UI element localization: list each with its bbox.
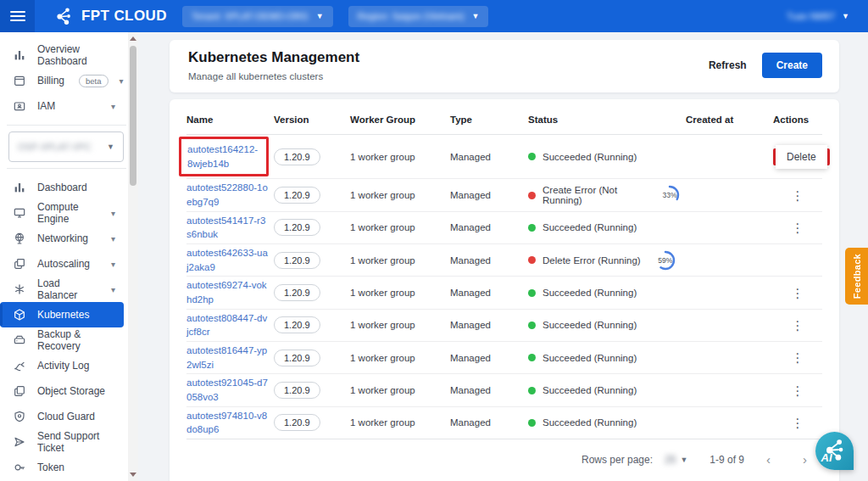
version-chip: 1.20.9 — [274, 284, 320, 301]
actions-cell: ⋮ — [773, 319, 822, 332]
delete-menu-item[interactable]: Delete — [776, 145, 827, 169]
status-cell: Succeeded (Running) — [528, 417, 681, 428]
feedback-button[interactable]: Feedback — [845, 248, 868, 305]
cluster-name-link[interactable]: autotest921045-d7058vo3 — [186, 376, 268, 404]
status-dot-icon — [528, 192, 536, 199]
table-row: autotest808447-dvjcf8cr 1.20.9 1 worker … — [186, 310, 822, 342]
status-label: Succeeded (Running) — [542, 417, 637, 428]
chevron-down-icon: ▼ — [842, 12, 849, 20]
table-row: autotest164212-8wjeb14b 1.20.9 1 worker … — [186, 135, 822, 179]
sidebar-item-kubernetes[interactable]: Kubernetes — [0, 302, 124, 327]
chevron-down-icon: ▾ — [111, 260, 115, 269]
next-page-button[interactable]: › — [793, 452, 817, 467]
user-menu[interactable]: Tuan NM97 ▼ — [787, 11, 849, 21]
sidebar-item-dashboard[interactable]: Dashboard — [0, 175, 124, 200]
status-dot-icon — [528, 354, 536, 361]
row-actions-kebab-icon[interactable]: ⋮ — [792, 319, 804, 332]
sidebar-item-activity-log[interactable]: Activity Log — [0, 353, 124, 378]
region-dropdown[interactable]: Region: Saigon (Vietnam) ▼ — [348, 6, 489, 27]
sidebar-item-label: Backup & Recovery — [37, 328, 124, 352]
worker-group-cell: 1 worker group — [350, 255, 445, 266]
worker-group-cell: 1 worker group — [350, 288, 445, 298]
type-cell: Managed — [450, 417, 523, 428]
sidebar-item-label: Token — [37, 461, 64, 473]
tenant-label: Tenant: XPLAT-DEMO-ORG — [192, 11, 309, 21]
version-chip: 1.20.9 — [274, 187, 320, 204]
bar-chart-icon — [13, 48, 26, 62]
cluster-name-link[interactable]: autotest808447-dvjcf8cr — [186, 311, 268, 339]
row-actions-kebab-icon[interactable]: ⋮ — [792, 351, 804, 364]
status-cell: Succeeded (Running) — [528, 152, 681, 162]
type-cell: Managed — [450, 190, 523, 200]
pagination: Rows per page: 25 ▼ 1-9 of 9 ‹ › — [186, 439, 822, 481]
cluster-name-link[interactable]: autotest522880-1oebg7q9 — [186, 181, 268, 209]
worker-group-cell: 1 worker group — [350, 190, 445, 200]
status-label: Succeeded (Running) — [542, 152, 637, 162]
tenant-dropdown[interactable]: Tenant: XPLAT-DEMO-ORG ▼ — [182, 6, 333, 27]
cluster-name-link[interactable]: autotest69274-vokhd2hp — [186, 278, 268, 306]
rows-per-page-select[interactable]: 25 ▼ — [665, 454, 687, 466]
beta-badge: beta — [79, 75, 108, 87]
sidebar-item-label: Networking — [37, 232, 88, 244]
scroll-down-icon[interactable] — [130, 473, 136, 477]
send-icon — [13, 435, 26, 449]
create-button[interactable]: Create — [762, 53, 822, 78]
table-row: autotest974810-v8do8up6 1.20.9 1 worker … — [186, 407, 822, 439]
sidebar-item-label: Activity Log — [37, 360, 89, 372]
vpc-select[interactable]: OSP-XPLAT-VPC ▼ — [8, 131, 124, 162]
refresh-button[interactable]: Refresh — [709, 59, 747, 71]
cluster-name-link[interactable]: autotest974810-v8do8up6 — [186, 409, 268, 437]
version-chip: 1.20.9 — [274, 316, 320, 333]
sidebar-item-cloud-guard[interactable]: Cloud Guard — [0, 404, 124, 429]
row-actions-kebab-icon[interactable]: ⋮ — [792, 417, 804, 429]
sidebar-item-label: Dashboard — [37, 182, 87, 193]
worker-group-cell: 1 worker group — [350, 222, 445, 232]
actions-cell: ⋮ — [773, 351, 822, 364]
table-row: autotest541417-r3s6nbuk 1.20.9 1 worker … — [186, 212, 822, 244]
row-actions-kebab-icon[interactable]: ⋮ — [792, 384, 804, 397]
iam-icon — [13, 99, 26, 113]
backup-icon — [13, 333, 26, 347]
column-header-actions: Actions — [773, 115, 822, 125]
cluster-name-link[interactable]: autotest164212-8wjeb14b — [187, 143, 260, 171]
actions-cell: ⋮ — [773, 417, 822, 429]
cluster-name-link[interactable]: autotest642633-uaj2aka9 — [186, 246, 268, 274]
sidebar: Overview DashboardBillingbeta▾IAM▾ OSP-X… — [0, 32, 138, 481]
sidebar-item-load-balancer[interactable]: Load Balancer▾ — [0, 277, 124, 302]
table-row: autotest642633-uaj2aka9 1.20.9 1 worker … — [186, 244, 822, 277]
sidebar-scrollbar[interactable] — [128, 32, 138, 481]
row-actions-kebab-icon[interactable]: ⋮ — [792, 221, 804, 234]
row-actions-kebab-icon[interactable]: ⋮ — [792, 189, 804, 202]
sidebar-item-object-storage[interactable]: Object Storage — [0, 378, 124, 404]
previous-page-button[interactable]: ‹ — [756, 452, 781, 467]
sidebar-item-autoscaling[interactable]: Autoscaling▾ — [0, 251, 124, 277]
sidebar-item-backup-recovery[interactable]: Backup & Recovery — [0, 327, 124, 353]
scroll-up-icon[interactable] — [130, 36, 136, 41]
status-cell: Succeeded (Running) — [528, 385, 681, 395]
cluster-name-link[interactable]: autotest541417-r3s6nbuk — [186, 214, 268, 242]
worker-group-cell: 1 worker group — [350, 353, 445, 363]
sidebar-item-compute-engine[interactable]: Compute Engine▾ — [0, 200, 124, 226]
sidebar-item-billing[interactable]: Billingbeta▾ — [0, 68, 124, 93]
sidebar-item-overview-dashboard[interactable]: Overview Dashboard — [0, 42, 124, 68]
scrollbar-thumb[interactable] — [130, 46, 136, 186]
sidebar-item-iam[interactable]: IAM▾ — [0, 93, 124, 119]
sidebar-item-send-support-ticket[interactable]: Send Support Ticket — [0, 429, 124, 455]
divider — [7, 168, 126, 169]
ai-assistant-button[interactable]: AI — [815, 432, 854, 470]
status-progress-ring: 33% — [659, 184, 681, 206]
page-subtitle: Manage all kubernetes clusters — [188, 71, 359, 81]
sidebar-item-token[interactable]: Token — [0, 455, 124, 480]
region-label: Region: Saigon (Vietnam) — [358, 11, 465, 21]
hamburger-menu-button[interactable] — [0, 0, 35, 32]
sidebar-item-label: Cloud Guard — [37, 411, 95, 422]
sidebar-item-label: Send Support Ticket — [37, 430, 124, 454]
rows-per-page-value: 25 — [665, 454, 676, 466]
user-name: Tuan NM97 — [787, 11, 835, 21]
cluster-name-link[interactable]: autotest816447-yp2wl5zi — [186, 344, 268, 372]
column-header-created-at: Created at — [686, 115, 768, 125]
actions-cell: ⋮ — [773, 287, 822, 299]
row-actions-kebab-icon[interactable]: ⋮ — [792, 287, 804, 299]
sidebar-item-networking[interactable]: Networking▾ — [0, 226, 124, 251]
actions-cell: ⋮ — [773, 384, 822, 397]
